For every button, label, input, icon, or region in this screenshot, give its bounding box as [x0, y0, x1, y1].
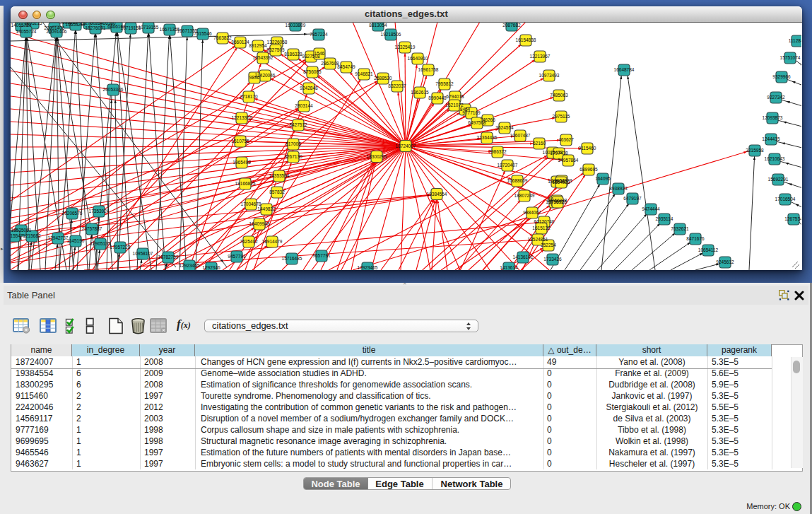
svg-text:7625402: 7625402: [240, 239, 258, 244]
svg-text:1796928: 1796928: [548, 199, 567, 204]
svg-text:14353594: 14353594: [269, 173, 290, 178]
svg-text:1362615: 1362615: [411, 90, 429, 95]
svg-text:13325419: 13325419: [395, 45, 416, 49]
svg-text:463627: 463627: [558, 137, 574, 142]
svg-text:1215682: 1215682: [23, 233, 41, 238]
svg-text:10654112: 10654112: [698, 247, 719, 252]
svg-text:1292346: 1292346: [202, 265, 220, 270]
svg-text:12213967: 12213967: [530, 54, 551, 59]
svg-text:3915547: 3915547: [11, 233, 23, 238]
svg-text:12923465: 12923465: [358, 265, 378, 270]
svg-text:17016504: 17016504: [775, 197, 796, 201]
svg-text:6794078: 6794078: [446, 94, 464, 99]
svg-text:1145190: 1145190: [67, 238, 85, 243]
svg-text:2087682: 2087682: [502, 23, 521, 28]
svg-text:14136141: 14136141: [513, 255, 534, 259]
svg-text:3624554: 3624554: [495, 125, 514, 130]
svg-text:10607487: 10607487: [510, 133, 531, 138]
svg-text:16210643: 16210643: [765, 156, 785, 161]
svg-text:8471676: 8471676: [686, 236, 705, 241]
svg-text:17004678: 17004678: [241, 201, 261, 206]
svg-text:15276021: 15276021: [86, 25, 106, 30]
svg-text:9884067: 9884067: [523, 210, 541, 215]
svg-text:20053346: 20053346: [103, 87, 124, 92]
svg-text:164095: 164095: [595, 176, 611, 181]
svg-text:1615132: 1615132: [532, 226, 551, 230]
svg-text:9657791: 9657791: [312, 253, 331, 258]
svg-text:7515546: 7515546: [194, 31, 212, 36]
svg-text:2867608: 2867608: [321, 61, 339, 66]
svg-text:9896: 9896: [249, 75, 260, 80]
svg-text:7857224: 7857224: [310, 32, 328, 37]
svg-text:8756085: 8756085: [303, 69, 322, 74]
svg-text:16914479: 16914479: [262, 239, 283, 244]
svg-text:9777169: 9777169: [462, 110, 481, 115]
svg-text:18724007: 18724007: [396, 144, 416, 148]
svg-text:19166825: 19166825: [235, 181, 256, 186]
svg-text:8912954: 8912954: [249, 43, 267, 48]
svg-text:19384554: 19384554: [427, 192, 447, 197]
svg-text:1654923: 1654923: [552, 180, 570, 185]
svg-text:1244415: 1244415: [762, 136, 780, 141]
svg-text:12905135: 12905135: [90, 241, 111, 246]
svg-text:12923465: 12923465: [180, 263, 200, 268]
svg-text:16409948: 16409948: [249, 221, 270, 226]
svg-text:10719155: 10719155: [139, 25, 159, 30]
svg-text:7485063: 7485063: [550, 93, 568, 98]
svg-text:12942737: 12942737: [48, 235, 69, 240]
svg-text:13524851: 13524851: [528, 237, 548, 242]
svg-text:9227342: 9227342: [767, 95, 785, 100]
svg-text:17957223: 17957223: [110, 245, 131, 250]
svg-text:7986372: 7986372: [488, 149, 507, 154]
svg-text:2803144: 2803144: [295, 103, 313, 108]
svg-text:1610755: 1610755: [231, 139, 249, 144]
svg-text:10688609: 10688609: [507, 178, 528, 183]
svg-text:16640910: 16640910: [408, 56, 428, 61]
svg-text:1733426: 1733426: [543, 257, 562, 262]
svg-text:12213363: 12213363: [232, 115, 252, 120]
svg-text:8454749: 8454749: [337, 64, 355, 69]
svg-text:3215958: 3215958: [746, 148, 764, 153]
svg-text:9245612: 9245612: [716, 259, 734, 264]
svg-text:7632621: 7632621: [671, 226, 689, 231]
svg-text:18807249: 18807249: [514, 193, 535, 198]
svg-text:14055724: 14055724: [16, 29, 37, 34]
svg-text:9115460: 9115460: [579, 146, 596, 151]
svg-text:1112843: 1112843: [789, 38, 801, 43]
svg-text:16961758: 16961758: [418, 67, 439, 72]
svg-text:6497568: 6497568: [468, 120, 486, 125]
svg-text:9146821: 9146821: [355, 71, 373, 76]
svg-text:1965498: 1965498: [233, 160, 251, 165]
svg-text:18300295: 18300295: [367, 154, 387, 159]
svg-text:9327505: 9327505: [266, 47, 285, 52]
svg-text:857832: 857832: [269, 189, 285, 194]
svg-text:16782759: 16782759: [158, 255, 179, 259]
svg-text:2588520: 2588520: [374, 76, 392, 81]
svg-text:19218506: 19218506: [381, 32, 401, 37]
svg-text:29757887: 29757887: [82, 226, 102, 231]
svg-text:15692291: 15692291: [768, 177, 789, 182]
svg-text:10543392: 10543392: [253, 55, 273, 60]
svg-text:1449822: 1449822: [257, 206, 276, 211]
svg-text:13226058: 13226058: [267, 40, 288, 45]
svg-text:10958107: 10958107: [133, 251, 153, 256]
svg-text:1267534: 1267534: [784, 216, 801, 221]
svg-text:54957864: 54957864: [558, 158, 579, 163]
svg-text:16033809: 16033809: [286, 23, 306, 28]
svg-text:8938923: 8938923: [609, 186, 628, 191]
svg-text:18720407: 18720407: [498, 163, 518, 168]
svg-text:1797438: 1797438: [550, 151, 568, 156]
svg-text:8186328: 8186328: [284, 52, 302, 57]
svg-text:1605215: 1605215: [24, 23, 42, 25]
svg-text:62160: 62160: [533, 141, 546, 146]
svg-text:2935114: 2935114: [656, 216, 673, 221]
svg-text:9329966: 9329966: [772, 74, 791, 79]
svg-text:15716485: 15716485: [282, 256, 302, 261]
svg-text:6899695: 6899695: [579, 167, 598, 172]
svg-text:1546: 1546: [314, 51, 325, 56]
svg-text:3267130: 3267130: [284, 154, 302, 159]
svg-text:20206576: 20206576: [62, 211, 83, 216]
svg-text:17353924: 17353924: [89, 209, 110, 214]
svg-text:8990448: 8990448: [428, 95, 447, 100]
svg-text:16648784: 16648784: [614, 67, 635, 72]
